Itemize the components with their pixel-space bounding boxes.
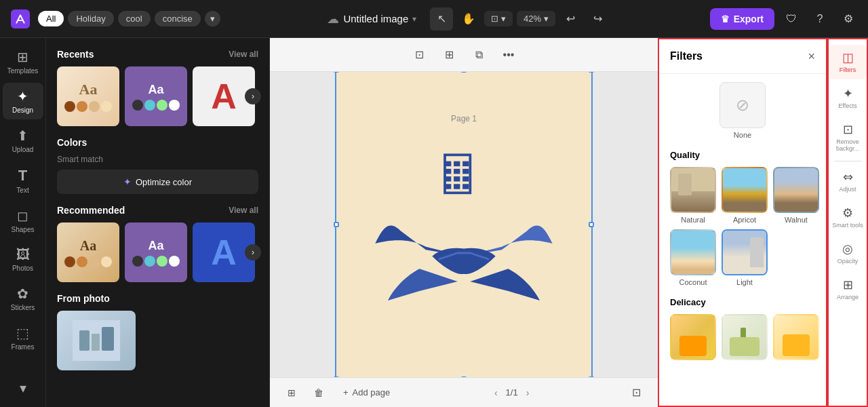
canvas-area: ⊡ ⊞ ⧉ ••• Page 1 ↻	[270, 38, 658, 407]
handle-bot-right[interactable]	[589, 376, 594, 377]
from-photo-thumb[interactable]	[57, 311, 136, 370]
recent-thumb-2[interactable]: Aa	[125, 66, 187, 126]
handle-mid-left[interactable]	[334, 222, 339, 227]
select-tool[interactable]: ↖	[430, 7, 453, 31]
sidebar-item-text[interactable]: T Text	[3, 161, 43, 199]
crown-icon: ♛	[721, 14, 730, 24]
sidebar-item-photos[interactable]: 🖼 Photos	[3, 241, 43, 277]
grid-tool[interactable]: ⊞	[437, 43, 461, 67]
more-options-tool[interactable]: •••	[496, 43, 521, 67]
tag-concise[interactable]: concise	[155, 11, 201, 26]
export-button[interactable]: ♛ Export	[710, 8, 774, 30]
arrange-tool[interactable]: ⊞ Arrange	[829, 272, 867, 307]
svg-rect-4	[102, 327, 114, 351]
svg-rect-17	[462, 184, 469, 189]
handle-top-mid[interactable]	[461, 72, 467, 73]
recents-view-all[interactable]: View all	[229, 50, 258, 59]
expand-button[interactable]: ⊡	[625, 382, 647, 404]
template-tags: All Holiday cool concise ▾	[38, 11, 220, 26]
filters-tool[interactable]: ◫ Filters	[829, 45, 867, 79]
filters-close-button[interactable]: ×	[808, 50, 815, 62]
shield-button[interactable]: 🛡	[780, 7, 803, 31]
next-page-button[interactable]: ›	[524, 385, 532, 401]
handle-top-left[interactable]	[334, 72, 339, 73]
sidebar-item-design[interactable]: ✦ Design	[3, 83, 43, 119]
design-icon: ✦	[17, 88, 28, 104]
hand-tool[interactable]: ✋	[457, 7, 480, 31]
delete-button[interactable]: 🗑	[308, 382, 330, 404]
recents-next[interactable]: ›	[245, 88, 261, 104]
topbar: All Holiday cool concise ▾ ☁ Untitled im…	[0, 0, 868, 38]
handle-bot-left[interactable]	[334, 376, 339, 377]
tag-more[interactable]: ▾	[205, 11, 220, 26]
undo-button[interactable]: ↩	[559, 7, 583, 31]
none-filter-thumb[interactable]: ⊘	[719, 82, 766, 128]
optimize-color-button[interactable]: ✦ Optimize color	[57, 170, 258, 194]
handle-top-right[interactable]	[589, 72, 594, 73]
sidebar-item-templates[interactable]: ⊞ Templates	[3, 43, 43, 80]
page-counter: 1/1	[506, 387, 518, 398]
none-label: None	[734, 131, 751, 139]
opacity-tool[interactable]: ◎ Opacity	[829, 236, 867, 271]
canvas-content[interactable]: Page 1 ↻	[270, 72, 658, 377]
add-icon: +	[343, 387, 349, 398]
light-label: Light	[736, 278, 753, 286]
filter-walnut[interactable]: Walnut	[773, 167, 819, 224]
filter-apricot[interactable]: Apricot	[722, 167, 768, 224]
more-icon: ▾	[20, 380, 26, 396]
tag-cool[interactable]: cool	[118, 11, 151, 26]
filter-light[interactable]: Light	[722, 229, 768, 286]
remove-background-tool[interactable]: ⊡ Remove backgr...	[829, 117, 867, 159]
adjust-tool[interactable]: ⇔ Adjust	[829, 164, 867, 199]
redo-button[interactable]: ↪	[587, 7, 610, 31]
effects-tool[interactable]: ✦ Effects	[829, 81, 867, 115]
recommended-next[interactable]: ›	[245, 244, 261, 260]
canvas-toolbar: ⊡ ⊞ ⧉ •••	[270, 38, 658, 72]
help-button[interactable]: ?	[808, 7, 831, 31]
sidebar-item-stickers[interactable]: ✿ Stickers	[3, 280, 43, 317]
sidebar-item-frames[interactable]: ⬚ Frames	[3, 319, 43, 356]
recommended-section: Recommended View all Aa	[57, 205, 258, 282]
delicacy-filters-grid	[670, 314, 815, 363]
grid-view-button[interactable]: ⊞	[281, 382, 302, 404]
rec-thumb-1[interactable]: Aa	[57, 222, 119, 282]
prev-page-button[interactable]: ‹	[492, 385, 500, 401]
zoom-control[interactable]: 42% ▾	[517, 11, 555, 26]
tools-divider	[834, 161, 861, 161]
filter-natural[interactable]: Natural	[670, 167, 716, 224]
duplicate-tool[interactable]: ⧉	[467, 43, 491, 67]
recommended-title: Recommended View all	[57, 205, 258, 216]
sidebar-item-upload[interactable]: ⬆ Upload	[3, 122, 43, 159]
smart-tools-tool[interactable]: ⚙ Smart tools	[829, 200, 867, 235]
crop-tool[interactable]: ⊡	[407, 43, 431, 67]
none-filter: ⊘ None	[670, 82, 815, 139]
colors-section: Colors Smart match ✦ Optimize color	[57, 137, 258, 194]
left-sidebar: ⊞ Templates ✦ Design ⬆ Upload T Text ◻ S…	[0, 38, 46, 407]
frames-icon: ⬚	[16, 325, 29, 341]
handle-mid-right[interactable]	[589, 222, 594, 227]
add-page-button[interactable]: + Add page	[335, 382, 398, 404]
recommended-view-all[interactable]: View all	[229, 206, 258, 215]
apricot-label: Apricot	[733, 216, 756, 224]
rec-thumb-2[interactable]: Aa	[125, 222, 187, 282]
sidebar-more[interactable]: ▾	[3, 374, 43, 402]
sidebar-item-shapes[interactable]: ◻ Shapes	[3, 202, 43, 239]
tag-all[interactable]: All	[38, 11, 64, 26]
filter-delicacy2[interactable]	[722, 314, 768, 363]
document-title-area[interactable]: ☁ Untitled image ▾	[320, 9, 423, 29]
filter-delicacy1[interactable]	[670, 314, 716, 363]
recent-thumb-1[interactable]: Aa	[57, 66, 119, 126]
filters-header: Filters ×	[659, 39, 826, 74]
filters-title: Filters	[670, 50, 703, 62]
filter-coconut[interactable]: Coconut	[670, 229, 716, 286]
quality-filters-grid: Natural Apricot Walnut	[670, 167, 815, 286]
filters-icon: ◫	[842, 50, 854, 65]
logo[interactable]	[8, 7, 33, 31]
handle-bot-mid[interactable]	[461, 376, 467, 377]
templates-icon: ⊞	[17, 49, 28, 65]
shapes-icon: ◻	[17, 208, 28, 224]
tag-holiday[interactable]: Holiday	[68, 11, 113, 26]
filter-delicacy3[interactable]	[773, 314, 819, 363]
settings-button[interactable]: ⚙	[837, 7, 860, 31]
frame-control[interactable]: ⊡ ▾	[484, 11, 513, 26]
